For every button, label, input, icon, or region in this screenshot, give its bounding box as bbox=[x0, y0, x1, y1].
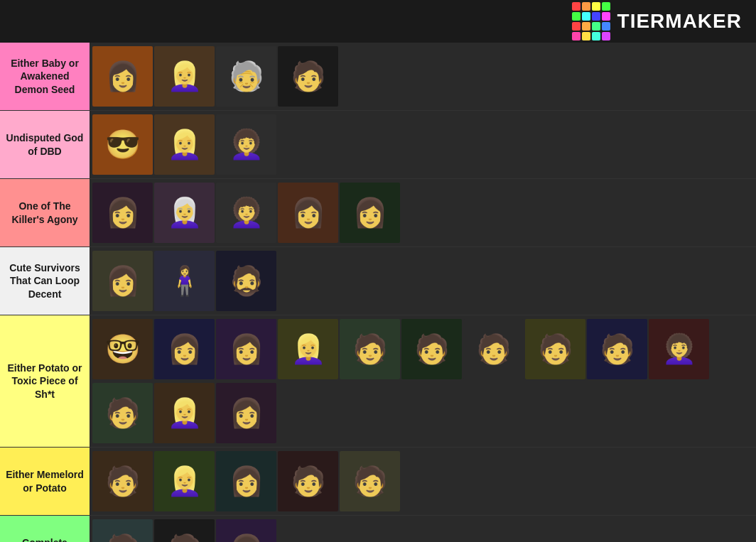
character-female-3[interactable]: 👩 bbox=[216, 383, 276, 443]
character-emoji-emo-male: 🧑 bbox=[154, 519, 215, 542]
tier-label-7: Complete Potato bbox=[0, 516, 90, 542]
tiermaker-logo: TiERMAKER bbox=[572, 2, 742, 40]
character-emoji-pale-female: 👩‍🦳 bbox=[154, 183, 215, 243]
character-emoji-dark-hair-female: 👩 bbox=[92, 183, 153, 243]
character-emoji-blonde-female-2: 👱‍♀️ bbox=[154, 114, 215, 175]
character-emoji-soldier-male: 🧑 bbox=[340, 319, 400, 379]
character-brunette-female[interactable]: 👩‍🦱 bbox=[216, 114, 276, 175]
logo-cell bbox=[592, 2, 600, 11]
character-dark-male-3[interactable]: 🧑 bbox=[278, 451, 338, 511]
logo-cell bbox=[572, 12, 580, 21]
character-yellow-male[interactable]: 🧑 bbox=[525, 319, 585, 379]
character-emoji-redhead-curly: 👩‍🦱 bbox=[649, 319, 709, 379]
tier-content-7: 🧑🧑👩 bbox=[90, 516, 756, 542]
tier-label-6: Either Memelord or Potato bbox=[0, 448, 90, 515]
logo-cell bbox=[602, 22, 610, 31]
character-blue-male[interactable]: 🧑 bbox=[587, 319, 647, 379]
tier-row-1: Either Baby or Awakened Demon Seed👩👱‍♀️🧓… bbox=[0, 43, 756, 111]
character-young-male[interactable]: 🧑 bbox=[92, 451, 153, 511]
character-emoji-dark-male: 🧑 bbox=[278, 46, 338, 107]
tier-rows: Either Baby or Awakened Demon Seed👩👱‍♀️🧓… bbox=[0, 43, 756, 542]
tier-row-6: Either Memelord or Potato🧑👱‍♀️👩🧑🧑 bbox=[0, 448, 756, 516]
character-brunette-female-2[interactable]: 👩 bbox=[216, 451, 276, 511]
character-emoji-short-hair-female: 👩 bbox=[92, 251, 153, 311]
tier-content-3: 👩👩‍🦳👩‍🦱👩👩 bbox=[90, 179, 756, 246]
character-purple-female[interactable]: 👩 bbox=[216, 319, 276, 379]
logo-grid bbox=[572, 2, 610, 40]
character-emoji-blonde-female: 👱‍♀️ bbox=[154, 46, 215, 107]
character-blonde-female-2[interactable]: 👱‍♀️ bbox=[154, 114, 215, 175]
tier-content-2: 😎👱‍♀️👩‍🦱 bbox=[90, 111, 756, 178]
tier-content-5: 🤓👩👩👱‍♀️🧑🧑🧑🧑🧑👩‍🦱🧑👱‍♀️👩 bbox=[90, 315, 756, 447]
character-light-male-2[interactable]: 🧑 bbox=[92, 519, 153, 542]
character-emoji-blue-male: 🧑 bbox=[587, 319, 647, 379]
character-emoji-grey-male: 🧑 bbox=[463, 319, 524, 379]
logo-cell bbox=[602, 32, 610, 40]
tier-row-2: Undisputed God of DBD😎👱‍♀️👩‍🦱 bbox=[0, 111, 756, 179]
character-blonde-long-female[interactable]: 👱‍♀️ bbox=[278, 319, 338, 379]
character-emoji-bearded-male: 🧔 bbox=[216, 251, 276, 311]
character-male-sunglasses[interactable]: 😎 bbox=[92, 114, 153, 175]
character-emoji-dark-female-3: 👩 bbox=[216, 519, 276, 542]
tier-content-6: 🧑👱‍♀️👩🧑🧑 bbox=[90, 448, 756, 515]
logo-cell bbox=[592, 32, 600, 40]
logo-cell bbox=[582, 12, 590, 21]
character-emoji-yellow-male: 🧑 bbox=[525, 319, 585, 379]
character-bearded-male[interactable]: 🧔 bbox=[216, 251, 276, 311]
character-emoji-dark-male-2: 🧑 bbox=[401, 319, 462, 379]
character-grey-male[interactable]: 🧑 bbox=[463, 319, 524, 379]
character-emoji-dark-male-3: 🧑 bbox=[278, 451, 338, 511]
character-dark-female-3[interactable]: 👩 bbox=[216, 519, 276, 542]
logo-cell bbox=[602, 12, 610, 21]
character-pale-female[interactable]: 👩‍🦳 bbox=[154, 183, 215, 243]
character-dreadlocks-female[interactable]: 👩 bbox=[340, 183, 400, 243]
character-emoji-casual-male: 🧑 bbox=[92, 383, 153, 443]
tier-row-5: Either Potato or Toxic Piece of Sh*t🤓👩👩👱… bbox=[0, 315, 756, 448]
character-dark-male-2[interactable]: 🧑 bbox=[401, 319, 462, 379]
character-emoji-blonde-tactical: 👱‍♀️ bbox=[154, 451, 215, 511]
character-emoji-redhead-female: 👩 bbox=[278, 183, 338, 243]
logo-cell bbox=[572, 22, 580, 31]
character-dark-female-2[interactable]: 👩 bbox=[154, 319, 215, 379]
character-thin-female[interactable]: 🧍‍♀️ bbox=[154, 251, 215, 311]
character-emoji-blonde-female-3: 👱‍♀️ bbox=[154, 383, 215, 443]
character-emoji-purple-female: 👩 bbox=[216, 319, 276, 379]
character-glasses-male[interactable]: 🤓 bbox=[92, 319, 153, 379]
logo-text: TiERMAKER bbox=[617, 10, 742, 33]
character-emoji-glasses-male: 🤓 bbox=[92, 319, 153, 379]
character-emoji-brown-hair-female: 👩‍🦱 bbox=[216, 183, 276, 243]
character-dark-hair-female[interactable]: 👩 bbox=[92, 183, 153, 243]
character-soldier-male[interactable]: 🧑 bbox=[340, 319, 400, 379]
character-brown-hair-female[interactable]: 👩‍🦱 bbox=[216, 183, 276, 243]
tier-label-3: One of The Killer's Agony bbox=[0, 179, 90, 246]
tier-label-2: Undisputed God of DBD bbox=[0, 111, 90, 178]
tier-label-1: Either Baby or Awakened Demon Seed bbox=[0, 43, 90, 110]
character-emoji-dreadlocks-female: 👩 bbox=[340, 183, 400, 243]
character-female-braids[interactable]: 👩 bbox=[92, 46, 153, 107]
character-emoji-male-sunglasses: 😎 bbox=[92, 114, 153, 175]
character-emoji-female-3: 👩 bbox=[216, 383, 276, 443]
tier-row-4: Cute Survivors That Can Loop Decent👩🧍‍♀️… bbox=[0, 247, 756, 315]
character-emoji-brunette-female-2: 👩 bbox=[216, 451, 276, 511]
character-emoji-brunette-female: 👩‍🦱 bbox=[216, 114, 276, 175]
character-blonde-tactical[interactable]: 👱‍♀️ bbox=[154, 451, 215, 511]
logo-cell bbox=[572, 32, 580, 40]
tier-label-5: Either Potato or Toxic Piece of Sh*t bbox=[0, 315, 90, 447]
character-emo-male[interactable]: 🧑 bbox=[154, 519, 215, 542]
character-redhead-female[interactable]: 👩 bbox=[278, 183, 338, 243]
character-short-hair-female[interactable]: 👩 bbox=[92, 251, 153, 311]
tier-list: TiERMAKER Either Baby or Awakened Demon … bbox=[0, 0, 756, 542]
tier-label-4: Cute Survivors That Can Loop Decent bbox=[0, 247, 90, 315]
character-emoji-blonde-long-female: 👱‍♀️ bbox=[278, 319, 338, 379]
character-old-man-hat[interactable]: 🧓 bbox=[216, 46, 276, 107]
character-redhead-curly[interactable]: 👩‍🦱 bbox=[649, 319, 709, 379]
character-blonde-female-3[interactable]: 👱‍♀️ bbox=[154, 383, 215, 443]
logo-cell bbox=[582, 32, 590, 40]
logo-cell bbox=[582, 22, 590, 31]
character-blonde-female[interactable]: 👱‍♀️ bbox=[154, 46, 215, 107]
character-dark-male[interactable]: 🧑 bbox=[278, 46, 338, 107]
character-light-male[interactable]: 🧑 bbox=[340, 451, 400, 511]
logo-cell bbox=[572, 2, 580, 11]
character-casual-male[interactable]: 🧑 bbox=[92, 383, 153, 443]
character-emoji-dark-female-2: 👩 bbox=[154, 319, 215, 379]
